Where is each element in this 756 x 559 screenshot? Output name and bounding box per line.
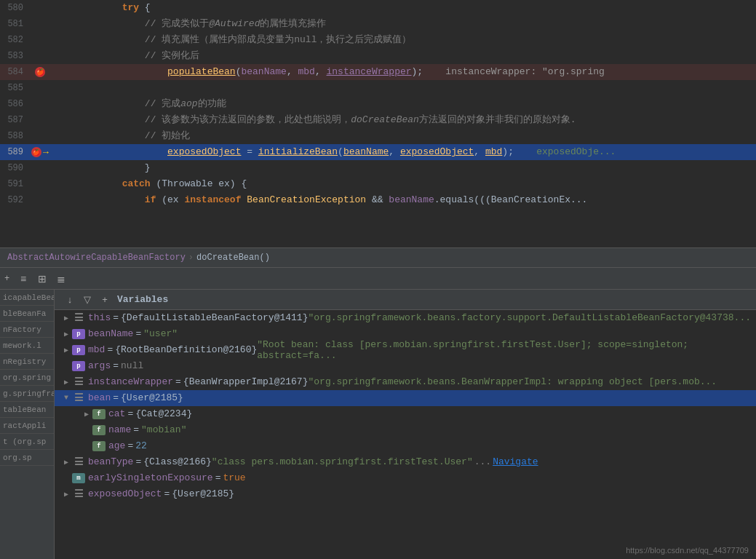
expand-cat[interactable]: ▶ <box>81 408 92 420</box>
code-content-583: // 实例化后 <box>51 48 756 64</box>
left-panel-item-4[interactable]: nRegistry <box>0 354 54 370</box>
expand-bean[interactable]: ▼ <box>60 392 72 404</box>
var-row-name[interactable]: ▶ f name = "mobian" <box>55 422 756 438</box>
expand-this[interactable]: ▶ <box>60 312 72 324</box>
code-content-588: // 初始化 <box>51 128 756 144</box>
breakpoint-584[interactable]: 🍎 <box>35 67 45 77</box>
toolbar-btn-2[interactable]: ⊞ <box>34 271 50 287</box>
code-line-590: 590 } <box>0 160 756 176</box>
breadcrumb-class[interactable]: AbstractAutowireCapableBeanFactory <box>7 253 186 263</box>
code-content-587: // 该参数为该方法返回的参数，此处也能说明，doCreateBean方法返回的… <box>51 112 756 128</box>
debug-btn-filter[interactable]: ▽ <box>79 292 95 308</box>
debug-btn-down[interactable]: ↓ <box>62 292 78 308</box>
var-row-instanceWrapper[interactable]: ▶ ☰ instanceWrapper = {BeanWrapperImpl@2… <box>55 374 756 390</box>
debug-title: Variables <box>117 294 168 305</box>
line-num-581: 581 <box>0 19 29 29</box>
line-num-584: 584 <box>0 67 29 77</box>
var-row-beanType[interactable]: ▶ ☰ beanType = {Class@2166} "class pers.… <box>55 454 756 470</box>
left-panel-item-1[interactable]: bleBeanFa <box>0 306 54 322</box>
type-age: f <box>92 441 106 451</box>
line-num-580: 580 <box>0 3 29 13</box>
line-num-583: 583 <box>0 51 29 61</box>
left-panel-item-5[interactable]: org.spring <box>0 370 54 386</box>
code-content-581: // 完成类似于@Autwired的属性填充操作 <box>51 16 756 32</box>
breadcrumb-bar: AbstractAutowireCapableBeanFactory › doC… <box>0 247 756 268</box>
variables-panel: ↓ ▽ + Variables ▶ ☰ this = {DefaultLista… <box>55 290 756 559</box>
code-line-580: 580 try { <box>0 0 756 16</box>
code-line-586: 586 // 完成aop的功能 <box>0 96 756 112</box>
code-line-582: 582 // 填充属性（属性内部成员变量为null，执行之后完成赋值） <box>0 32 756 48</box>
watermark: https://blog.csdn.net/qq_44377709 <box>626 546 749 555</box>
code-content-591: catch (Throwable ex) { <box>51 176 756 192</box>
type-instanceWrapper: ☰ <box>72 377 85 387</box>
debug-panel-outer: icapableBea bleBeanFa nFactory mework.l … <box>0 290 756 559</box>
breadcrumb-sep: › <box>188 253 194 263</box>
left-panel-item-2[interactable]: nFactory <box>0 322 54 338</box>
type-cat: f <box>92 409 106 419</box>
var-row-earlySingletonExposure[interactable]: ▶ m earlySingletonExposure = true <box>55 470 756 486</box>
expand-instanceWrapper[interactable]: ▶ <box>60 376 72 388</box>
code-line-581: 581 // 完成类似于@Autwired的属性填充操作 <box>0 16 756 32</box>
line-num-592: 592 <box>0 195 29 205</box>
code-content-582: // 填充属性（属性内部成员变量为null，执行之后完成赋值） <box>51 32 756 48</box>
code-editor: 580 try { 581 // 完成类似于@Autwired的属性填充操作 5… <box>0 0 756 247</box>
gutter-584: 🍎 <box>29 67 51 77</box>
code-content-590: } <box>51 160 756 176</box>
line-num-590: 590 <box>0 163 29 173</box>
expand-name[interactable]: ▶ <box>81 424 92 436</box>
toolbar-btn-1[interactable]: ≡ <box>15 271 31 287</box>
var-row-this[interactable]: ▶ ☰ this = {DefaultListableBeanFactory@1… <box>55 310 756 326</box>
code-content-584: populateBean(beanName, mbd, instanceWrap… <box>51 64 756 80</box>
debug-btn-add[interactable]: + <box>97 292 113 308</box>
type-name: f <box>92 425 106 435</box>
left-panel-item-7[interactable]: tableBean <box>0 402 54 418</box>
var-row-age[interactable]: ▶ f age = 22 <box>55 438 756 454</box>
line-num-582: 582 <box>0 35 29 45</box>
code-content-592: if (ex instanceof BeanCreationException … <box>51 192 756 208</box>
line-num-591: 591 <box>0 179 29 189</box>
line-num-588: 588 <box>0 131 29 141</box>
code-content-589: exposedObject = initializeBean(beanName,… <box>51 144 756 160</box>
variables-list[interactable]: ▶ ☰ this = {DefaultListableBeanFactory@1… <box>55 310 756 559</box>
expand-mbd[interactable]: ▶ <box>60 344 72 356</box>
navigate-link[interactable]: Navigate <box>493 456 538 467</box>
breadcrumb-method[interactable]: doCreateBean() <box>196 253 270 263</box>
expand-early[interactable]: ▶ <box>60 472 72 484</box>
line-num-586: 586 <box>0 99 29 109</box>
line-num-589: 589 <box>0 147 29 157</box>
code-line-592: 592 if (ex instanceof BeanCreationExcept… <box>0 192 756 208</box>
code-lines: 580 try { 581 // 完成类似于@Autwired的属性填充操作 5… <box>0 0 756 208</box>
expand-beanType[interactable]: ▶ <box>60 456 72 468</box>
type-this: ☰ <box>72 313 85 323</box>
left-panel-item-6[interactable]: g.springfra <box>0 386 54 402</box>
left-panel-item-9[interactable]: t (org.sp <box>0 434 54 450</box>
var-row-bean[interactable]: ▼ ☰ bean = {User@2185} <box>55 390 756 406</box>
code-line-585: 585 <box>0 80 756 96</box>
var-row-cat[interactable]: ▶ f cat = {Cat@2234} <box>55 406 756 422</box>
var-row-exposedObject[interactable]: ▶ ☰ exposedObject = {User@2185} <box>55 486 756 502</box>
left-panel-item-0[interactable]: icapableBea <box>0 290 54 306</box>
expand-exposedObject[interactable]: ▶ <box>60 488 72 500</box>
type-args: p <box>72 361 85 371</box>
main-layout: icapableBea bleBeanFa nFactory mework.l … <box>0 290 756 559</box>
expand-age[interactable]: ▶ <box>81 440 92 452</box>
toolbar-btn-3[interactable]: ≣ <box>53 271 69 287</box>
type-early: m <box>72 473 85 483</box>
expand-beanName[interactable]: ▶ <box>60 328 72 340</box>
left-panel: icapableBea bleBeanFa nFactory mework.l … <box>0 290 55 559</box>
var-row-mbd[interactable]: ▶ p mbd = {RootBeanDefinition@2160} "Roo… <box>55 342 756 358</box>
code-line-583: 583 // 实例化后 <box>0 48 756 64</box>
code-content-586: // 完成aop的功能 <box>51 96 756 112</box>
code-line-584: 584 🍎 populateBean(beanName, mbd, instan… <box>0 64 756 80</box>
left-panel-item-8[interactable]: ractAppli <box>0 418 54 434</box>
breakpoint-589[interactable]: 🍎 <box>31 147 41 157</box>
expand-args[interactable]: ▶ <box>60 360 72 372</box>
code-content-580: try { <box>51 0 756 16</box>
type-exposedObject: ☰ <box>72 489 85 499</box>
left-panel-item-3[interactable]: mework.l <box>0 338 54 354</box>
debug-toolbar: ↓ ▽ + <box>62 292 113 308</box>
debug-header: ↓ ▽ + Variables <box>55 290 756 310</box>
type-mbd: p <box>72 345 85 355</box>
code-line-587: 587 // 该参数为该方法返回的参数，此处也能说明，doCreateBean方… <box>0 112 756 128</box>
left-panel-item-10[interactable]: org.sp <box>0 450 54 466</box>
